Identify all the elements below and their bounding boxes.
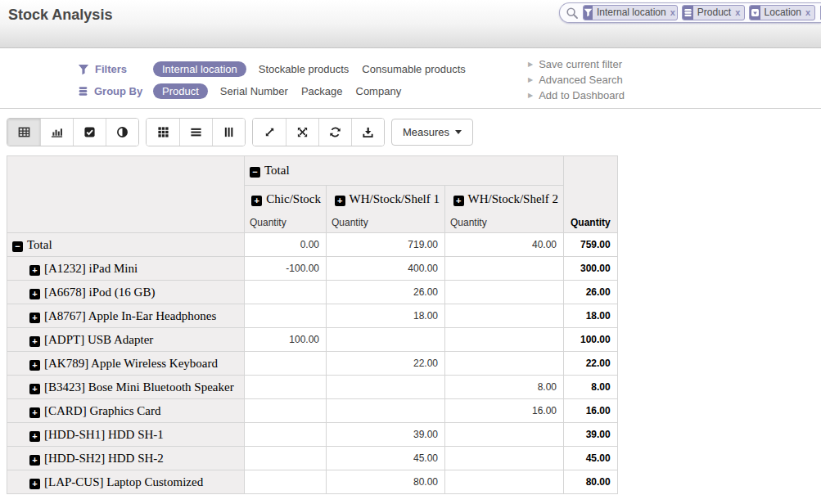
triangle-right-icon: ▶ (528, 88, 533, 103)
cell (245, 281, 327, 304)
active-groupby-pill[interactable]: Product (153, 83, 208, 99)
row-header-product[interactable]: +[A1232] iPad Mini (7, 257, 245, 281)
row-header-product[interactable]: +[A8767] Apple In-Ear Headphones (7, 304, 245, 328)
caret-down-icon (455, 130, 462, 134)
cell (245, 352, 327, 376)
cell: 80.00 (327, 470, 445, 494)
expand-icon[interactable]: + (29, 431, 40, 442)
move-arrows-icon (296, 126, 309, 138)
table-row: +[LAP-CUS] Laptop Customized 80.00 80.00 (7, 470, 618, 494)
advanced-search-link[interactable]: ▶ Advanced Search (528, 72, 625, 88)
check-square-button[interactable] (73, 119, 106, 146)
layout-group (146, 118, 246, 146)
download-button[interactable] (351, 119, 384, 146)
filters-heading[interactable]: Filters (78, 63, 153, 75)
total-cell: 18.00 (564, 304, 618, 328)
row-header-product[interactable]: +[ADPT] USB Adapter (7, 328, 245, 352)
groupby-option-serial[interactable]: Serial Number (220, 85, 288, 97)
expand-icon[interactable]: + (29, 289, 40, 299)
expand-icon[interactable]: + (29, 479, 40, 489)
columns-layout-button[interactable] (212, 119, 245, 146)
rows-layout-button[interactable] (179, 119, 212, 146)
groupby-label: Group By (94, 85, 142, 97)
cell: 45.00 (327, 447, 445, 470)
cell: 39.00 (327, 423, 445, 447)
column-group-total[interactable]: −Total (245, 156, 564, 186)
expand-icon[interactable]: + (29, 455, 40, 466)
refresh-button[interactable] (318, 119, 351, 146)
rows-icon (190, 126, 202, 138)
search-facet-filter[interactable]: Internal location x (583, 5, 678, 20)
triangle-right-icon: ▶ (528, 56, 533, 72)
expand-icon[interactable]: + (251, 196, 262, 206)
cell (445, 470, 564, 494)
cell: 0.00 (245, 233, 327, 257)
row-header-total[interactable]: −Total (7, 233, 245, 257)
row-header-product[interactable]: +[LAP-CUS] Laptop Customized (7, 470, 245, 494)
move-arrows-button[interactable] (286, 119, 318, 146)
table-row: +[ADPT] USB Adapter 100.00 100.00 (7, 328, 618, 352)
row-header-product[interactable]: +[HDD-SH1] HDD SH-1 (7, 423, 245, 447)
row-header-product[interactable]: +[B3423] Bose Mini Bluetooth Speaker (7, 376, 245, 399)
adjust-contrast-button[interactable] (106, 119, 138, 146)
total-cell: 16.00 (564, 399, 618, 423)
add-to-dashboard-link[interactable]: ▶ Add to Dashboard (528, 88, 625, 103)
expand-icon[interactable]: + (453, 196, 464, 206)
search-facet-column-group[interactable]: Location x (749, 5, 815, 20)
column-header-chic-stock[interactable]: +Chic/Stock (245, 186, 327, 213)
expand-icon[interactable]: + (335, 196, 345, 206)
table-row: +[A6678] iPod (16 GB) 26.00 26.00 (7, 281, 618, 304)
expand-all-button[interactable] (253, 119, 286, 146)
cell (445, 257, 564, 281)
facet-remove-button[interactable]: x (735, 6, 744, 20)
table-row: +[CARD] Graphics Card 16.00 16.00 (7, 399, 618, 423)
expand-icon[interactable]: + (29, 360, 40, 371)
collapse-icon[interactable]: − (250, 167, 260, 178)
filter-option-consumable[interactable]: Consumable products (362, 63, 465, 75)
measure-header-total[interactable]: Quantity (564, 213, 618, 233)
measure-header[interactable]: Quantity (245, 213, 327, 233)
facet-label: Product (693, 6, 735, 20)
search-facet-groupby[interactable]: Product x (682, 5, 745, 20)
cell: 100.00 (245, 328, 327, 352)
expand-icon[interactable]: + (29, 384, 40, 394)
measures-button[interactable]: Measures (391, 119, 473, 146)
measure-header[interactable]: Quantity (445, 213, 564, 233)
active-filter-pill[interactable]: Internal location (153, 61, 246, 77)
cell: 719.00 (327, 233, 445, 257)
expand-icon[interactable]: + (29, 407, 40, 418)
row-header-product[interactable]: +[AK789] Apple Wireless Keyboard (7, 352, 245, 376)
grid-layout-button[interactable] (147, 119, 179, 146)
expand-icon[interactable]: + (29, 313, 40, 323)
row-header-product[interactable]: +[A6678] iPod (16 GB) (7, 281, 245, 304)
groupby-option-package[interactable]: Package (301, 85, 343, 97)
table-row: +[B3423] Bose Mini Bluetooth Speaker 8.0… (7, 376, 618, 399)
search-bar[interactable]: Internal location x Product x Location x (559, 2, 821, 23)
column-header-shelf-1[interactable]: +WH/Stock/Shelf 1 (327, 186, 445, 213)
cell: 22.00 (327, 352, 445, 376)
total-cell: 80.00 (564, 470, 618, 494)
actions-group (252, 118, 385, 146)
groupby-heading[interactable]: Group By (78, 85, 153, 97)
table-row: +[HDD-SH2] HDD SH-2 45.00 45.00 (7, 447, 618, 470)
filters-label: Filters (95, 63, 127, 75)
pivot-corner-cell (7, 156, 245, 233)
groupby-option-company[interactable]: Company (356, 85, 402, 97)
row-header-product[interactable]: +[HDD-SH2] HDD SH-2 (7, 447, 245, 470)
cell (245, 447, 327, 470)
expand-icon[interactable]: + (29, 336, 40, 347)
row-header-product[interactable]: +[CARD] Graphics Card (7, 399, 245, 423)
facet-remove-button[interactable]: x (670, 6, 678, 20)
pivot-table-view-button[interactable] (7, 119, 40, 146)
total-cell: 8.00 (564, 376, 618, 399)
expand-icon[interactable]: + (29, 265, 40, 276)
column-header-shelf-2[interactable]: +WH/Stock/Shelf 2 (445, 186, 564, 213)
triangle-right-icon: ▶ (528, 72, 533, 88)
save-current-filter-link[interactable]: ▶ Save current filter (528, 56, 625, 72)
collapse-icon[interactable]: − (12, 241, 23, 252)
pivot-table: −Total +Chic/Stock +WH/Stock/Shelf 1 +WH… (7, 155, 618, 494)
facet-remove-button[interactable]: x (805, 6, 814, 20)
filter-option-stockable[interactable]: Stockable products (259, 63, 350, 75)
bar-chart-view-button[interactable] (40, 119, 73, 146)
measure-header[interactable]: Quantity (327, 213, 445, 233)
